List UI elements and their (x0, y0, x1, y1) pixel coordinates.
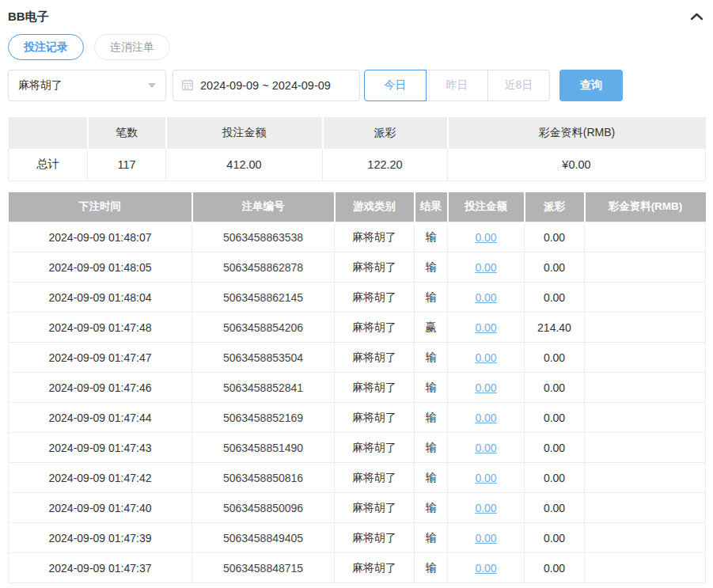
record-row: 2024-09-09 01:47:39 5063458849405 麻将胡了 输… (9, 523, 706, 553)
records-header-payout: 派彩 (525, 192, 585, 222)
panel-header: BB电子 (8, 0, 705, 25)
last-8-days-button[interactable]: 近8日 (487, 70, 550, 101)
summary-header-row: 笔数 投注金额 派彩 彩金资料(RMB) (9, 117, 706, 149)
bet-amount-cell: 0.00 (448, 433, 525, 463)
payout-cell: 214.40 (525, 313, 585, 343)
bet-amount-cell: 0.00 (448, 373, 525, 403)
bet-time-cell: 2024-09-09 01:47:37 (9, 553, 192, 583)
summary-header-jackpot: 彩金资料(RMB) (448, 117, 706, 149)
bet-time-cell: 2024-09-09 01:47:47 (9, 343, 192, 373)
jackpot-cell (585, 252, 706, 283)
summary-header-empty (9, 117, 88, 149)
bet-amount-link[interactable]: 0.00 (475, 562, 496, 575)
payout-cell: 0.00 (525, 343, 585, 373)
order-number-cell: 5063458854206 (192, 313, 335, 343)
bet-amount-cell: 0.00 (448, 403, 525, 433)
order-number-cell: 5063458849405 (192, 523, 335, 553)
caret-down-icon (148, 83, 156, 88)
bet-time-cell: 2024-09-09 01:47:48 (9, 313, 192, 343)
bet-amount-cell: 0.00 (448, 493, 525, 523)
game-type-cell: 麻将胡了 (335, 433, 415, 463)
bet-amount-cell: 0.00 (448, 222, 525, 252)
date-range-picker[interactable]: 2024-09-09 ~ 2024-09-09 (173, 70, 360, 101)
payout-cell: 0.00 (525, 283, 585, 313)
jackpot-cell (585, 403, 706, 433)
yesterday-button[interactable]: 昨日 (426, 70, 488, 101)
bet-amount-cell: 0.00 (448, 553, 525, 583)
tab-betting-records[interactable]: 投注记录 (8, 34, 84, 60)
records-header-bet-amount: 投注金额 (448, 192, 525, 222)
result-cell: 输 (415, 373, 448, 403)
bet-amount-link[interactable]: 0.00 (475, 472, 496, 484)
payout-cell: 0.00 (525, 433, 585, 463)
payout-cell: 0.00 (525, 252, 585, 283)
summary-header-payout: 派彩 (323, 117, 448, 149)
tab-cancelled-orders[interactable]: 连消注单 (94, 34, 170, 60)
jackpot-cell (585, 313, 706, 343)
order-number-cell: 5063458850816 (192, 463, 335, 493)
bet-time-cell: 2024-09-09 01:48:05 (9, 252, 192, 283)
page-title: BB电子 (8, 9, 49, 25)
game-type-cell: 麻将胡了 (335, 403, 415, 433)
bet-amount-link[interactable]: 0.00 (475, 381, 496, 394)
collapse-panel-button[interactable] (688, 9, 705, 25)
jackpot-cell (585, 433, 706, 463)
record-row: 2024-09-09 01:48:05 5063458862878 麻将胡了 输… (9, 252, 706, 283)
result-cell: 赢 (415, 313, 448, 343)
bet-amount-link[interactable]: 0.00 (475, 532, 496, 544)
record-row: 2024-09-09 01:47:43 5063458851490 麻将胡了 输… (9, 433, 706, 463)
bet-amount-link[interactable]: 0.00 (475, 321, 496, 334)
bet-amount-link[interactable]: 0.00 (475, 261, 496, 274)
tab-bar: 投注记录 连消注单 (8, 34, 705, 60)
order-number-cell: 5063458852841 (192, 373, 335, 403)
record-row: 2024-09-09 01:47:46 5063458852841 麻将胡了 输… (9, 373, 706, 403)
record-row: 2024-09-09 01:47:44 5063458852169 麻将胡了 输… (9, 403, 706, 433)
game-type-cell: 麻将胡了 (335, 373, 415, 403)
order-number-cell: 5063458851490 (192, 433, 335, 463)
payout-cell: 0.00 (525, 463, 585, 493)
payout-cell: 0.00 (525, 373, 585, 403)
summary-total-payout: 122.20 (323, 149, 448, 180)
summary-total-row: 总计 117 412.00 122.20 ¥0.00 (9, 149, 706, 180)
jackpot-cell (585, 493, 706, 523)
order-number-cell: 5063458852169 (192, 403, 335, 433)
record-row: 2024-09-09 01:47:42 5063458850816 麻将胡了 输… (9, 463, 706, 493)
bet-amount-link[interactable]: 0.00 (475, 291, 496, 304)
bet-time-cell: 2024-09-09 01:47:46 (9, 373, 192, 403)
bet-amount-link[interactable]: 0.00 (475, 231, 496, 244)
payout-cell: 0.00 (525, 523, 585, 553)
record-row: 2024-09-09 01:48:07 5063458863538 麻将胡了 输… (9, 222, 706, 252)
bet-time-cell: 2024-09-09 01:48:07 (9, 222, 192, 252)
summary-header-count: 笔数 (88, 117, 166, 149)
bet-amount-link[interactable]: 0.00 (475, 502, 496, 514)
order-number-cell: 5063458850096 (192, 493, 335, 523)
result-cell: 输 (415, 343, 448, 373)
game-type-select[interactable]: 麻将胡了 (8, 70, 166, 101)
records-header-order-number: 注单编号 (192, 192, 335, 222)
summary-total-count: 117 (88, 149, 166, 180)
result-cell: 输 (415, 283, 448, 313)
bet-amount-cell: 0.00 (448, 463, 525, 493)
game-type-cell: 麻将胡了 (335, 252, 415, 283)
calendar-icon (181, 78, 194, 93)
result-cell: 输 (415, 433, 448, 463)
summary-total-label: 总计 (9, 149, 88, 180)
bet-amount-cell: 0.00 (448, 313, 525, 343)
record-row: 2024-09-09 01:47:40 5063458850096 麻将胡了 输… (9, 493, 706, 523)
bet-amount-link[interactable]: 0.00 (475, 351, 496, 364)
record-row: 2024-09-09 01:47:47 5063458853504 麻将胡了 输… (9, 343, 706, 373)
result-cell: 输 (415, 222, 448, 252)
game-type-cell: 麻将胡了 (335, 343, 415, 373)
records-header-row: 下注时间 注单编号 游戏类别 结果 投注金额 派彩 彩金资料(RMB) (9, 192, 706, 222)
bet-amount-link[interactable]: 0.00 (475, 412, 496, 424)
records-header-bet-time: 下注时间 (9, 192, 192, 222)
query-button[interactable]: 查询 (559, 70, 623, 101)
bet-time-cell: 2024-09-09 01:47:43 (9, 433, 192, 463)
bet-time-cell: 2024-09-09 01:47:42 (9, 463, 192, 493)
order-number-cell: 5063458863538 (192, 222, 335, 252)
jackpot-cell (585, 222, 706, 252)
bet-amount-cell: 0.00 (448, 252, 525, 283)
jackpot-cell (585, 343, 706, 373)
bet-amount-link[interactable]: 0.00 (475, 442, 496, 454)
today-button[interactable]: 今日 (364, 70, 427, 101)
